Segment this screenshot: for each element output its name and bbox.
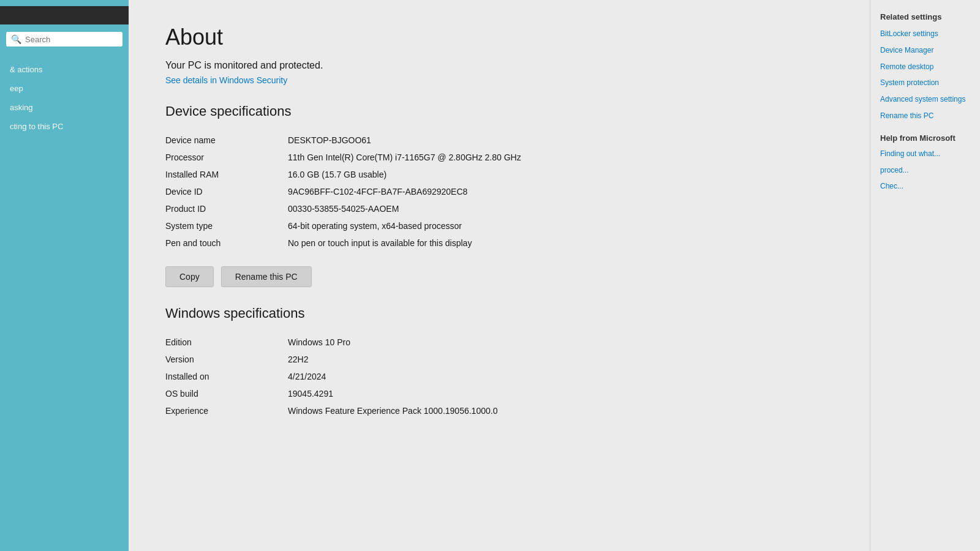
search-input[interactable]	[25, 35, 118, 44]
right-panel: Related settings BitLocker settings Devi…	[870, 0, 980, 551]
search-icon: 🔍	[11, 34, 21, 44]
product-id-label: Product ID	[165, 200, 276, 217]
device-id-value: 9AC96BFF-C102-4FCF-BA7F-ABA692920EC8	[276, 183, 833, 200]
version-label: Version	[165, 351, 276, 368]
remote-desktop-link[interactable]: Remote desktop	[880, 62, 970, 72]
edition-value: Windows 10 Pro	[276, 334, 833, 351]
processor-value: 11th Gen Intel(R) Core(TM) i7-1165G7 @ 2…	[276, 149, 833, 166]
edition-label: Edition	[165, 334, 276, 351]
device-manager-link[interactable]: Device Manager	[880, 45, 970, 56]
advanced-system-link[interactable]: Advanced system settings	[880, 94, 970, 105]
rename-pc-link[interactable]: Rename this PC	[880, 111, 970, 121]
page-title: About	[165, 24, 833, 50]
sidebar-item-connecting[interactable]: cting to this PC	[0, 117, 129, 136]
ram-value: 16.0 GB (15.7 GB usable)	[276, 166, 833, 183]
product-id-value: 00330-53855-54025-AAOEM	[276, 200, 833, 217]
experience-label: Experience	[165, 402, 276, 419]
copy-button[interactable]: Copy	[165, 266, 214, 287]
os-build-value: 19045.4291	[276, 385, 833, 402]
help-link-2[interactable]: Chec...	[880, 181, 970, 192]
windows-specs-title: Windows specifications	[165, 305, 833, 321]
sidebar-top-bar	[0, 6, 129, 24]
device-name-label: Device name	[165, 132, 276, 149]
security-link[interactable]: See details in Windows Security	[165, 75, 287, 85]
device-spec-table: Device name DESKTOP-BJGOO61 Processor 11…	[165, 132, 833, 252]
security-banner: Your PC is monitored and protected.	[165, 60, 833, 71]
pen-touch-label: Pen and touch	[165, 234, 276, 252]
sidebar-item-masking[interactable]: asking	[0, 98, 129, 117]
sidebar-nav: & actions eep asking cting to this PC	[0, 54, 129, 551]
help-section: Help from Microsoft Finding out what... …	[880, 133, 970, 192]
device-name-value: DESKTOP-BJGOO61	[276, 132, 833, 149]
bitlocker-link[interactable]: BitLocker settings	[880, 29, 970, 39]
related-settings-title: Related settings	[880, 12, 970, 21]
windows-specs-section: Windows specifications Edition Windows 1…	[165, 305, 833, 419]
device-button-row: Copy Rename this PC	[165, 266, 833, 287]
device-specs-title: Device specifications	[165, 103, 833, 119]
sidebar-item-actions[interactable]: & actions	[0, 60, 129, 79]
pen-touch-value: No pen or touch input is available for t…	[276, 234, 833, 252]
content-area: About Your PC is monitored and protected…	[129, 0, 980, 551]
experience-value: Windows Feature Experience Pack 1000.190…	[276, 402, 833, 419]
ram-label: Installed RAM	[165, 166, 276, 183]
system-protection-link[interactable]: System protection	[880, 78, 970, 88]
help-link-0[interactable]: Finding out what...	[880, 149, 970, 159]
sidebar-search[interactable]: 🔍	[6, 32, 123, 47]
rename-pc-button[interactable]: Rename this PC	[221, 266, 312, 287]
main-content: About Your PC is monitored and protected…	[129, 0, 870, 551]
sidebar-item-sleep[interactable]: eep	[0, 79, 129, 98]
device-id-label: Device ID	[165, 183, 276, 200]
sidebar: 🔍 & actions eep asking cting to this PC	[0, 0, 129, 551]
installed-on-value: 4/21/2024	[276, 368, 833, 385]
system-type-value: 64-bit operating system, x64-based proce…	[276, 217, 833, 234]
help-link-1[interactable]: proced...	[880, 165, 970, 176]
processor-label: Processor	[165, 149, 276, 166]
help-title: Help from Microsoft	[880, 133, 970, 143]
windows-spec-table: Edition Windows 10 Pro Version 22H2 Inst…	[165, 334, 833, 419]
version-value: 22H2	[276, 351, 833, 368]
installed-on-label: Installed on	[165, 368, 276, 385]
os-build-label: OS build	[165, 385, 276, 402]
system-type-label: System type	[165, 217, 276, 234]
